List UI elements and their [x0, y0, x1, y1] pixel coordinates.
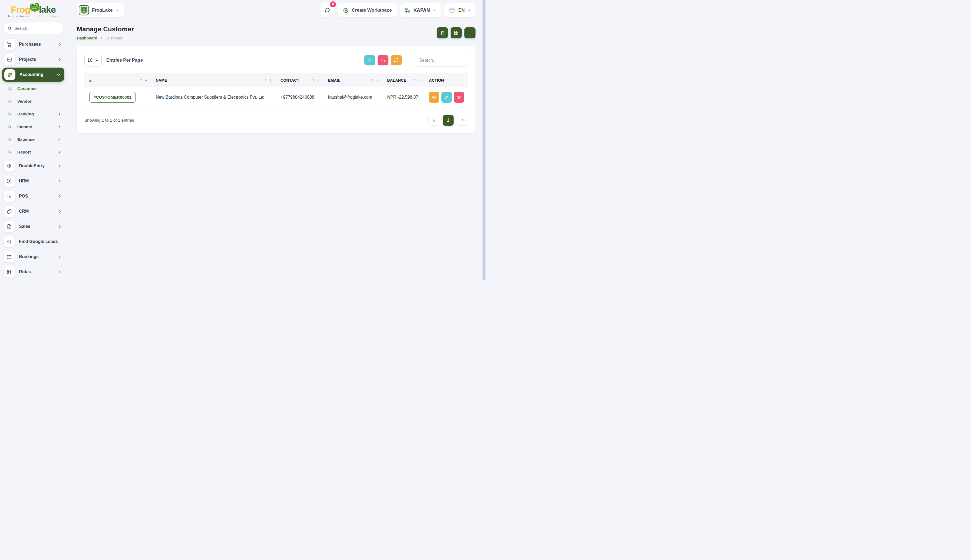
- chevron-right-icon: [57, 125, 61, 128]
- sidebar-item-label: Sales: [19, 224, 58, 229]
- previous-page-button[interactable]: [428, 115, 439, 126]
- chevron-down-icon: [57, 73, 60, 77]
- sidebar-item-find-google-leads[interactable]: Find Google Leads: [0, 234, 67, 249]
- edit-button[interactable]: [441, 92, 452, 103]
- chevron-right-icon: [57, 138, 61, 142]
- sidebar-item-hrm[interactable]: HRM: [0, 173, 67, 188]
- column-header-email[interactable]: EMAIL: [323, 73, 382, 87]
- language-selector[interactable]: EN: [444, 3, 475, 17]
- messages-button[interactable]: 0: [321, 3, 334, 17]
- sidebar-item-accounting[interactable]: Accounting: [2, 68, 64, 82]
- page-actions: [437, 27, 475, 38]
- page-scrollbar[interactable]: [483, 0, 486, 280]
- brand-word-lake: lake: [39, 5, 56, 14]
- ring-icon: [8, 150, 12, 154]
- brand-tagline-innovations: Innovations: [8, 15, 28, 18]
- grid-view-button[interactable]: [451, 27, 462, 38]
- table-header-row: # NAME CONTACT EMAIL BALANCE ACTION: [84, 73, 468, 87]
- refresh-button[interactable]: [391, 55, 402, 65]
- ring-icon: [8, 87, 12, 91]
- breadcrumb-dashboard-link[interactable]: Dashboard: [77, 36, 97, 40]
- customer-email-cell: kaushal@froglake.com: [323, 87, 382, 108]
- sidebar-item-rotas[interactable]: Rotas: [0, 264, 67, 280]
- undo-icon: [381, 58, 385, 63]
- column-header-id[interactable]: #: [84, 73, 151, 87]
- workspace-switcher[interactable]: FrogLake: [77, 3, 124, 17]
- brand-logo[interactable]: Frog lake Innovations Technology: [0, 3, 67, 18]
- sidebar-item-label: Accounting: [20, 72, 57, 77]
- sidebar-item-bookings[interactable]: Bookings: [0, 249, 67, 264]
- chevron-right-icon: [58, 42, 62, 47]
- view-button[interactable]: [429, 92, 439, 103]
- chevron-right-icon: [58, 179, 62, 183]
- customer-balance-cell: NPR -22,598.87: [382, 87, 424, 108]
- ring-icon: [8, 99, 12, 103]
- delete-button[interactable]: [454, 92, 464, 103]
- customer-name-cell: New Bardibas Computer Suppliers & Electr…: [151, 87, 276, 108]
- chevron-right-icon: [58, 194, 62, 198]
- company-name: KAPAN: [413, 8, 430, 13]
- overlap-windows-icon: [4, 206, 15, 217]
- sidebar-item-sales[interactable]: Sales: [0, 219, 67, 234]
- refresh-icon: [394, 58, 399, 63]
- sort-icons: [140, 78, 147, 82]
- sidebar-item-purchases[interactable]: Purchases: [0, 37, 67, 52]
- entries-per-page-select[interactable]: 10: [84, 54, 102, 67]
- sidebar-item-banking[interactable]: Banking: [0, 108, 67, 120]
- chevron-right-icon: [57, 112, 61, 116]
- sidebar-item-income[interactable]: Income: [0, 120, 67, 133]
- search-icon: [7, 26, 12, 30]
- sidebar-item-label: Find Google Leads: [19, 239, 62, 244]
- sidebar-item-crm[interactable]: CRM: [0, 204, 67, 219]
- reset-undo-button[interactable]: [378, 55, 388, 65]
- customer-id-badge[interactable]: #CUSTOMER00001: [89, 92, 136, 103]
- sidebar-item-customer[interactable]: Customer: [0, 82, 67, 95]
- project-check-icon: [4, 54, 15, 65]
- sidebar-search-input[interactable]: [14, 26, 59, 30]
- chevron-right-icon: [58, 270, 62, 274]
- chevron-right-icon: [58, 255, 62, 259]
- pencil-icon: [445, 95, 449, 100]
- trash-icon: [457, 95, 461, 100]
- next-page-button[interactable]: [457, 115, 468, 126]
- frog-head-icon: [29, 3, 40, 12]
- sort-icons: [371, 78, 378, 82]
- notification-badge: 0: [330, 2, 336, 7]
- sidebar-item-report[interactable]: Report: [0, 146, 67, 158]
- chevron-right-icon: [100, 37, 103, 40]
- sidebar-item-label: HRM: [19, 178, 58, 183]
- table-footer: Showing 1 to 1 of 1 entries 1: [84, 115, 468, 126]
- page-header: Manage Customer Dashboard Customer: [77, 25, 475, 40]
- add-customer-button[interactable]: [465, 27, 475, 38]
- customer-table: # NAME CONTACT EMAIL BALANCE ACTION: [84, 73, 468, 108]
- chat-bubble-icon: [324, 7, 331, 13]
- company-switcher[interactable]: KAPAN: [400, 3, 441, 17]
- sidebar: Frog lake Innovations Technology: [0, 0, 67, 280]
- ring-icon: [8, 137, 12, 142]
- chevron-down-icon: [95, 58, 99, 62]
- file-export-icon: [440, 30, 445, 36]
- create-workspace-button[interactable]: Create Workspace: [338, 3, 397, 17]
- grid-plus-icon: [4, 267, 15, 278]
- sidebar-item-doubleentry[interactable]: DoubleEntry: [0, 158, 67, 173]
- column-header-balance[interactable]: BALANCE: [382, 73, 424, 87]
- import-export-button[interactable]: [437, 27, 448, 38]
- workspace-name: FrogLake: [92, 8, 113, 13]
- page-1-button[interactable]: 1: [443, 115, 454, 126]
- table-row: #CUSTOMER00001 New Bardibas Computer Sup…: [84, 87, 468, 108]
- table-search-input[interactable]: [415, 54, 468, 67]
- sidebar-item-projects[interactable]: Projects: [0, 52, 67, 67]
- export-download-button[interactable]: [364, 55, 375, 65]
- sidebar-item-label: Rotas: [19, 270, 58, 274]
- column-header-name[interactable]: NAME: [151, 73, 276, 87]
- sidebar-item-pos[interactable]: POS: [0, 188, 67, 204]
- ring-icon: [8, 112, 12, 116]
- sidebar-subitem-label: Vendor: [17, 99, 61, 104]
- sidebar-item-expense[interactable]: Expense: [0, 133, 67, 146]
- balance-scale-icon: [4, 160, 15, 172]
- sidebar-item-vendor[interactable]: Vendor: [0, 95, 67, 108]
- column-header-action: ACTION: [424, 73, 468, 87]
- app-root: Frog lake Innovations Technology: [0, 0, 486, 280]
- column-header-contact[interactable]: CONTACT: [276, 73, 323, 87]
- page-title-block: Manage Customer Dashboard Customer: [77, 25, 134, 40]
